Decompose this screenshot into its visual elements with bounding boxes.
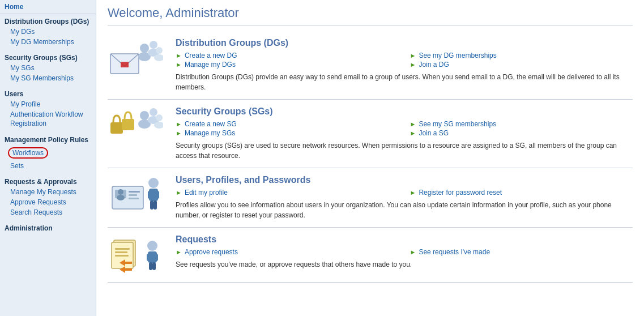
sidebar: Home Distribution Groups (DGs) My DGs My… bbox=[0, 0, 96, 316]
svg-rect-33 bbox=[115, 255, 129, 257]
svg-rect-20 bbox=[129, 198, 139, 199]
section-content-requests: Requests ►Approve requests ►See requests… bbox=[176, 234, 633, 270]
svg-rect-40 bbox=[149, 262, 152, 270]
link-create-new-dg[interactable]: ►Create a new DG bbox=[176, 52, 399, 59]
link-manage-my-sgs[interactable]: ►Manage my SGs bbox=[176, 129, 399, 137]
svg-rect-18 bbox=[129, 191, 140, 193]
svg-rect-9 bbox=[122, 119, 134, 130]
section-desc-requests: See requests you've made, or approve req… bbox=[176, 259, 633, 270]
svg-rect-39 bbox=[155, 254, 158, 261]
section-links-sg: ►Create a new SG ►See my SG memberships … bbox=[176, 120, 633, 137]
sidebar-section-sg: Security Groups (SGs) bbox=[0, 50, 96, 63]
svg-rect-25 bbox=[148, 191, 151, 199]
svg-rect-41 bbox=[152, 262, 156, 270]
svg-rect-1 bbox=[121, 62, 129, 67]
link-see-my-dg-memberships[interactable]: ►See my DG memberships bbox=[410, 52, 633, 59]
section-links-users-profiles: ►Edit my profile ►Register for password … bbox=[176, 189, 633, 197]
section-users-profiles: Users, Profiles, and Passwords ►Edit my … bbox=[108, 168, 633, 228]
section-title-requests: Requests bbox=[176, 234, 633, 245]
section-links-dg: ►Create a new DG ►See my DG memberships … bbox=[176, 52, 633, 69]
svg-point-22 bbox=[117, 195, 125, 200]
distribution-groups-icon bbox=[108, 38, 164, 79]
sidebar-item-my-profile[interactable]: My Profile bbox=[0, 99, 96, 109]
sidebar-item-sets[interactable]: Sets bbox=[0, 161, 96, 171]
sidebar-item-my-sg-memberships[interactable]: My SG Memberships bbox=[0, 73, 96, 83]
sidebar-home[interactable]: Home bbox=[0, 0, 96, 14]
sidebar-section-requests: Requests & Approvals bbox=[0, 174, 96, 187]
svg-point-12 bbox=[150, 108, 157, 116]
sidebar-item-manage-my-requests[interactable]: Manage My Requests bbox=[0, 187, 96, 197]
link-manage-my-dgs[interactable]: ►Manage my DGs bbox=[176, 61, 399, 69]
sidebar-item-my-sgs[interactable]: My SGs bbox=[0, 63, 96, 73]
link-create-new-sg[interactable]: ►Create a new SG bbox=[176, 120, 399, 128]
svg-rect-19 bbox=[129, 194, 137, 196]
security-groups-icon bbox=[108, 106, 164, 147]
sidebar-item-approve-requests[interactable]: Approve Requests bbox=[0, 197, 96, 207]
sidebar-item-my-dgs[interactable]: My DGs bbox=[0, 27, 96, 37]
svg-rect-8 bbox=[110, 122, 123, 134]
svg-point-6 bbox=[156, 47, 163, 54]
svg-rect-31 bbox=[115, 248, 130, 250]
section-security-groups: Security Groups (SGs) ►Create a new SG ►… bbox=[108, 100, 633, 168]
link-register-password-reset[interactable]: ►Register for password reset bbox=[410, 189, 633, 197]
section-title-users-profiles: Users, Profiles, and Passwords bbox=[176, 175, 633, 185]
section-content-sg: Security Groups (SGs) ►Create a new SG ►… bbox=[176, 106, 633, 161]
sidebar-item-auth-workflow[interactable]: Authentication Workflow Registration bbox=[0, 109, 96, 129]
svg-rect-28 bbox=[153, 200, 157, 210]
link-edit-my-profile[interactable]: ►Edit my profile bbox=[176, 189, 399, 197]
requests-icon bbox=[108, 234, 164, 275]
svg-point-2 bbox=[140, 44, 149, 53]
main-content: Welcome, Administrator Distribution Grou… bbox=[96, 0, 644, 316]
link-approve-requests[interactable]: ►Approve requests bbox=[176, 248, 399, 256]
sidebar-section-mpr: Management Policy Rules bbox=[0, 133, 96, 145]
link-see-my-sg-memberships[interactable]: ►See my SG memberships bbox=[410, 120, 633, 128]
svg-rect-27 bbox=[150, 200, 153, 210]
section-desc-dg: Distribution Groups (DGs) provide an eas… bbox=[176, 72, 633, 92]
sidebar-section-users: Users bbox=[0, 87, 96, 99]
link-see-requests-ive-made[interactable]: ►See requests I've made bbox=[410, 248, 633, 256]
sidebar-item-workflows[interactable]: Workflows bbox=[8, 147, 48, 159]
svg-rect-26 bbox=[156, 191, 159, 199]
svg-point-4 bbox=[150, 41, 157, 49]
section-requests: Requests ►Approve requests ►See requests… bbox=[108, 228, 633, 283]
svg-point-21 bbox=[118, 189, 123, 195]
section-title-sg: Security Groups (SGs) bbox=[176, 106, 633, 117]
svg-rect-38 bbox=[147, 254, 150, 261]
users-profiles-icon bbox=[108, 175, 164, 216]
section-desc-users-profiles: Profiles allow you to see information ab… bbox=[176, 200, 633, 220]
svg-point-10 bbox=[140, 111, 149, 120]
section-content-users-profiles: Users, Profiles, and Passwords ►Edit my … bbox=[176, 175, 633, 220]
section-distribution-groups: Distribution Groups (DGs) ►Create a new … bbox=[108, 31, 633, 100]
svg-point-23 bbox=[148, 178, 159, 188]
sidebar-section-dg: Distribution Groups (DGs) bbox=[0, 14, 96, 27]
page-title: Welcome, Administrator bbox=[108, 6, 633, 25]
svg-point-36 bbox=[147, 241, 157, 251]
link-join-a-sg[interactable]: ►Join a SG bbox=[410, 129, 633, 137]
section-content-dg: Distribution Groups (DGs) ►Create a new … bbox=[176, 38, 633, 92]
section-desc-sg: Security groups (SGs) are used to secure… bbox=[176, 140, 633, 161]
svg-rect-32 bbox=[115, 251, 127, 253]
link-join-a-dg[interactable]: ►Join a DG bbox=[410, 61, 633, 69]
sidebar-section-administration: Administration bbox=[0, 221, 96, 233]
sidebar-item-search-requests[interactable]: Search Requests bbox=[0, 207, 96, 217]
svg-point-14 bbox=[156, 114, 163, 121]
section-title-dg: Distribution Groups (DGs) bbox=[176, 38, 633, 48]
section-links-requests: ►Approve requests ►See requests I've mad… bbox=[176, 248, 633, 256]
sidebar-item-my-dg-memberships[interactable]: My DG Memberships bbox=[0, 37, 96, 47]
